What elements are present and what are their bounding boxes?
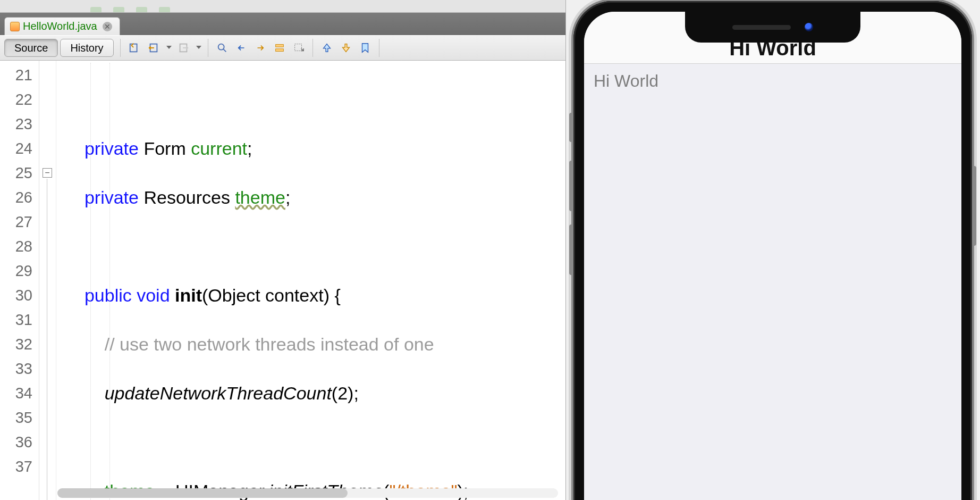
line-number: 32 — [0, 332, 32, 356]
line-number: 29 — [0, 259, 32, 283]
indent-guide — [109, 63, 110, 500]
dropdown-icon[interactable] — [166, 46, 172, 50]
svg-rect-0 — [130, 44, 137, 52]
ide-main-toolbar-cut — [0, 0, 565, 13]
forward-icon[interactable] — [176, 40, 191, 55]
svg-rect-7 — [294, 44, 301, 51]
line-number: 25 — [0, 161, 32, 185]
line-number: 35 — [0, 405, 32, 430]
app-body: Hi World — [584, 64, 961, 98]
line-number: 34 — [0, 381, 32, 405]
camera-icon — [805, 23, 813, 31]
line-number: 37 — [0, 454, 32, 479]
phone-frame: Hi World Hi World — [573, 1, 972, 500]
line-number: 30 — [0, 283, 32, 307]
java-file-icon — [10, 22, 20, 31]
line-number: 26 — [0, 185, 32, 210]
line-number: 31 — [0, 307, 32, 332]
separator — [379, 39, 379, 57]
fold-line — [47, 179, 47, 500]
simulator-pane: Hi World Hi World — [566, 0, 980, 500]
toggle-rectangular-icon[interactable] — [291, 40, 306, 55]
dropdown-icon[interactable] — [196, 46, 201, 50]
code-editor[interactable]: 21 22 23 24 25 26 27 28 29 30 31 32 33 3… — [0, 61, 565, 500]
prev-bookmark-icon[interactable] — [319, 40, 334, 55]
mute-switch-icon — [569, 113, 573, 142]
line-number: 27 — [0, 210, 32, 234]
history-tab[interactable]: History — [60, 39, 113, 57]
source-tab[interactable]: Source — [4, 39, 58, 57]
editor-pane: HelloWorld.java ✕ Source History — [0, 0, 566, 500]
back-icon[interactable] — [146, 40, 161, 55]
next-bookmark-icon[interactable] — [339, 40, 353, 55]
fold-column: − — [39, 61, 56, 500]
find-selection-icon[interactable] — [215, 40, 230, 55]
line-gutter: 21 22 23 24 25 26 27 28 29 30 31 32 33 3… — [0, 61, 39, 500]
line-number: 28 — [0, 234, 32, 259]
separator — [208, 39, 208, 57]
toggle-bookmark-icon[interactable] — [358, 40, 373, 55]
line-number: 21 — [0, 63, 32, 87]
separator — [120, 39, 121, 57]
indent-guide — [90, 63, 91, 500]
volume-up-icon — [569, 161, 573, 211]
scrollbar-thumb[interactable] — [57, 488, 348, 498]
last-edit-icon[interactable] — [127, 40, 142, 55]
svg-rect-6 — [275, 49, 283, 52]
line-number: 33 — [0, 356, 32, 381]
code-text[interactable]: private Form current; private Resources … — [56, 61, 565, 500]
horizontal-scrollbar[interactable] — [57, 488, 558, 498]
toggle-highlight-icon[interactable] — [272, 40, 287, 55]
volume-down-icon — [569, 224, 573, 275]
line-number: 23 — [0, 112, 32, 136]
separator — [312, 39, 313, 57]
find-next-icon[interactable] — [253, 40, 268, 55]
file-tab-label: HelloWorld.java — [23, 20, 97, 32]
phone-screen[interactable]: Hi World Hi World — [584, 12, 961, 500]
editor-toolbar: Source History — [0, 35, 565, 61]
find-prev-icon[interactable] — [234, 40, 249, 55]
svg-line-4 — [223, 49, 226, 52]
line-number: 22 — [0, 87, 32, 112]
line-number: 36 — [0, 430, 32, 454]
workspace: HelloWorld.java ✕ Source History — [0, 0, 980, 500]
editor-tabstrip: HelloWorld.java ✕ — [0, 13, 565, 35]
phone-notch — [685, 12, 860, 43]
app-label: Hi World — [594, 71, 952, 91]
speaker-icon — [732, 25, 791, 30]
side-button-icon — [972, 166, 976, 246]
line-number: 24 — [0, 136, 32, 161]
svg-rect-5 — [275, 45, 283, 47]
fold-toggle-icon[interactable]: − — [43, 168, 52, 178]
close-icon[interactable]: ✕ — [103, 22, 112, 31]
file-tab-helloworld[interactable]: HelloWorld.java ✕ — [4, 17, 120, 35]
